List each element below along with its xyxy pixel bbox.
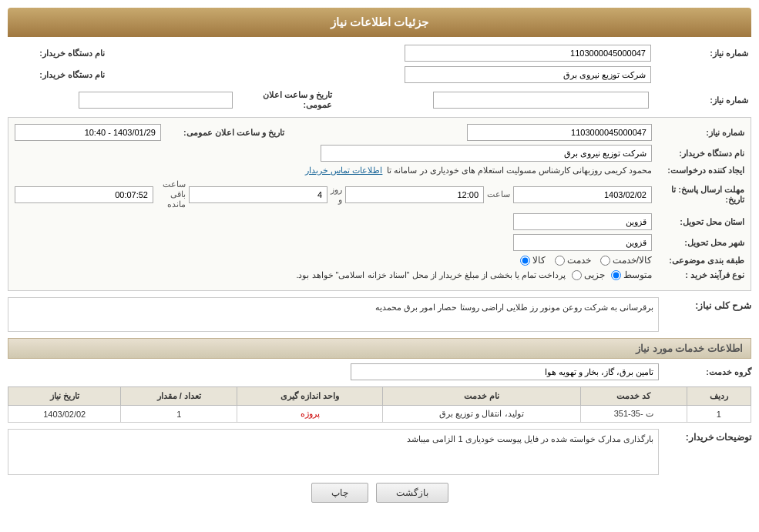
row-7: طبقه بندی موضوعی: کالا/خدمت خدمت کالا: [15, 255, 744, 266]
requester-org-label: نام دستگاه خریدار:: [8, 49, 108, 59]
need-number-row: شماره نیاز: نام دستگاه خریدار:: [8, 45, 751, 62]
need-number-input[interactable]: [405, 45, 651, 62]
main-form: شماره نیاز: تاریخ و ساعت اعلان عمومی: نا…: [8, 117, 751, 291]
process-radio-motavasset[interactable]: متوسط: [611, 269, 652, 280]
buttons-row: بازگشت چاپ: [8, 483, 751, 503]
requester-org-input[interactable]: [405, 66, 651, 83]
process-lbl: نوع فرآیند خرید :: [652, 270, 744, 280]
radio-kala-khedmat[interactable]: [600, 256, 610, 266]
requester-org-label-right: نام دستگاه خریدار:: [8, 70, 108, 80]
cell-row: 1: [687, 406, 751, 423]
col-date: تاریخ نیاز: [8, 387, 121, 406]
buyer-notes-lbl: توضیحات خریدار:: [659, 429, 751, 443]
services-section-header: اطلاعات خدمات مورد نیاز: [8, 338, 751, 359]
buyer-notes-container: بارگذاری مدارک خواسته شده در فایل پیوست …: [8, 429, 659, 475]
city-lbl: شهر محل تحویل:: [652, 238, 744, 248]
org-lbl: نام دستگاه خریدار:: [652, 149, 744, 159]
services-title: اطلاعات خدمات مورد نیاز: [636, 343, 743, 354]
org-val[interactable]: [321, 145, 652, 162]
page-header: جزئیات اطلاعات نیاز: [8, 8, 751, 37]
announce-val[interactable]: [15, 124, 161, 141]
remaining-time-val[interactable]: [15, 186, 153, 203]
row-6: شهر محل تحویل:: [15, 234, 744, 251]
cell-code: ت -35-351: [580, 406, 687, 423]
process-desc: پرداخت تمام یا بخشی از مبلغ خریدار از مح…: [296, 270, 566, 280]
service-group-lbl: گروه خدمت:: [659, 367, 751, 377]
cell-unit: پروژه: [237, 406, 383, 423]
deadline-lbl: مهلت ارسال پاسخ: تا تاریخ:: [652, 185, 744, 205]
back-button[interactable]: بازگشت: [376, 483, 448, 503]
buyer-notes-row: توضیحات خریدار: بارگذاری مدارک خواسته شد…: [8, 429, 751, 475]
page-container: جزئیات اطلاعات نیاز شماره نیاز: نام دستگ…: [0, 0, 759, 532]
radio-khedmat[interactable]: [555, 256, 565, 266]
category-lbl: طبقه بندی موضوعی:: [652, 256, 744, 266]
remaining-lbl: ساعت باقی مانده: [153, 179, 189, 209]
deadline-time-lbl: ساعت: [484, 189, 513, 199]
announce-lbl: تاریخ و ساعت اعلان عمومی:: [161, 128, 284, 138]
print-button[interactable]: چاپ: [311, 483, 368, 503]
need-desc-val: برقرسانی به شرکت روعن مونور رز طلایی ارا…: [8, 297, 659, 332]
services-table-section: ردیف کد خدمت نام خدمت واحد اندازه گیری ت…: [8, 386, 751, 423]
need-number-label-cell: شماره نیاز:: [651, 88, 751, 112]
cell-count: 1: [121, 406, 237, 423]
process-radio-jozii[interactable]: جزیی: [572, 269, 605, 280]
need-num-lbl: شماره نیاز:: [652, 128, 744, 138]
buyer-notes-val: بارگذاری مدارک خواسته شده در فایل پیوست …: [407, 434, 653, 443]
row-2: نام دستگاه خریدار:: [15, 145, 744, 162]
deadline-time-val[interactable]: [345, 186, 484, 203]
category-radio-khedmat[interactable]: خدمت: [555, 255, 591, 266]
row-1: شماره نیاز: تاریخ و ساعت اعلان عمومی:: [15, 124, 744, 141]
province-lbl: استان محل تحویل:: [652, 217, 744, 227]
requester-org-row: نام دستگاه خریدار:: [8, 66, 751, 83]
deadline-date-val[interactable]: [513, 186, 652, 203]
category-radio-group: کالا/خدمت خدمت کالا: [520, 255, 652, 266]
deadline-days-val[interactable]: [189, 186, 327, 203]
creator-link[interactable]: اطلاعات تماس خریدار: [305, 166, 382, 176]
announce-field[interactable]: [79, 92, 233, 109]
deadline-day-lbl: روز و: [327, 185, 345, 205]
table-row: 1 ت -35-351 تولید، انتقال و توزیع برق پر…: [8, 406, 751, 423]
service-group-row: گروه خدمت:: [8, 363, 751, 380]
col-count: تعداد / مقدار: [121, 387, 237, 406]
radio-kala[interactable]: [520, 256, 530, 266]
col-code: کد خدمت: [580, 387, 687, 406]
col-unit: واحد اندازه گیری: [237, 387, 383, 406]
row-8: نوع فرآیند خرید : متوسط جزیی پرداخت تمام…: [15, 269, 744, 280]
process-type-group: متوسط جزیی پرداخت تمام یا بخشی از مبلغ خ…: [296, 269, 652, 280]
announce-label-cell: تاریخ و ساعت اعلان عمومی:: [235, 88, 335, 112]
category-radio-kala[interactable]: کالا: [520, 255, 546, 266]
need-number-field[interactable]: [433, 92, 649, 109]
creator-lbl: ایجاد کننده درخواست:: [652, 166, 744, 176]
category-radio-kala-khedmat[interactable]: کالا/خدمت: [600, 255, 652, 266]
col-name: نام خدمت: [383, 387, 580, 406]
province-val[interactable]: [513, 213, 652, 230]
cell-name: تولید، انتقال و توزیع برق: [383, 406, 580, 423]
row-3: ایجاد کننده درخواست: محمود کریمی روزبهان…: [15, 166, 744, 176]
service-group-val[interactable]: [351, 363, 659, 380]
row-4: مهلت ارسال پاسخ: تا تاریخ: ساعت روز و سا…: [15, 179, 744, 209]
col-row: ردیف: [687, 387, 751, 406]
row-5: استان محل تحویل:: [15, 213, 744, 230]
need-desc-lbl: شرح کلی نیاز:: [659, 297, 751, 311]
page-title: جزئیات اطلاعات نیاز: [331, 15, 428, 28]
radio-motavasset[interactable]: [611, 270, 621, 280]
creator-val: محمود کریمی روزبهانی کارشناس مسولیت استع…: [387, 166, 652, 176]
cell-date: 1403/02/02: [8, 406, 121, 423]
need-number-label: شماره نیاز:: [651, 49, 751, 59]
need-desc-row: شرح کلی نیاز: برقرسانی به شرکت روعن مونو…: [8, 297, 751, 332]
radio-jozii[interactable]: [572, 270, 582, 280]
services-table: ردیف کد خدمت نام خدمت واحد اندازه گیری ت…: [8, 386, 751, 423]
city-val[interactable]: [513, 234, 652, 251]
need-num-val[interactable]: [467, 124, 652, 141]
